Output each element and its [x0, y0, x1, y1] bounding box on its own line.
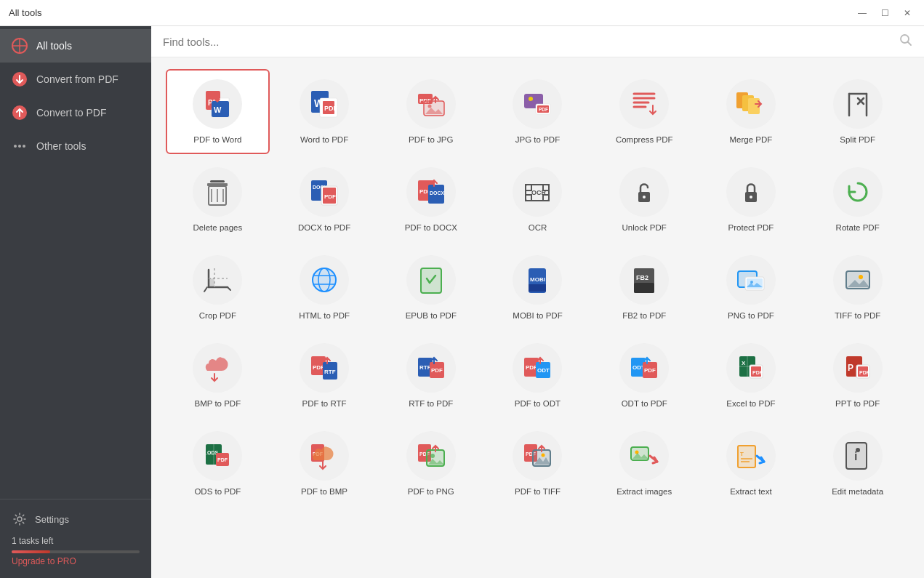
- tool-pdf-to-rtf[interactable]: PDF RTF PDF to RTF: [273, 333, 377, 418]
- svg-text:DOCX: DOCX: [430, 190, 445, 196]
- tool-png-to-pdf[interactable]: PNG to PDF: [699, 245, 803, 330]
- svg-text:PDF: PDF: [644, 367, 656, 374]
- sidebar-item-all-tools[interactable]: All tools: [0, 29, 151, 63]
- settings-label: Settings: [35, 514, 69, 525]
- epub-to-pdf-icon: [406, 255, 456, 305]
- tool-mobi-to-pdf[interactable]: MOBI MOBI to PDF: [486, 245, 590, 330]
- tool-excel-to-pdf[interactable]: X PDF Excel to PDF: [699, 333, 803, 418]
- crop-pdf-icon: [193, 255, 242, 305]
- tool-merge-pdf[interactable]: Merge PDF: [699, 69, 803, 154]
- window-controls: — ☐ ✕: [853, 7, 915, 20]
- tool-ppt-to-pdf[interactable]: P PDF PPT to PDF: [806, 333, 909, 418]
- other-tools-icon: [12, 138, 28, 154]
- pdf-to-bmp-icon: PDF: [300, 431, 349, 481]
- sidebar-item-convert-to-pdf[interactable]: Convert to PDF: [0, 96, 151, 129]
- svg-text:PDF: PDF: [859, 370, 870, 375]
- svg-rect-65: [209, 278, 214, 287]
- svg-point-7: [23, 145, 25, 148]
- tool-delete-pages[interactable]: Delete pages: [166, 157, 270, 242]
- tool-crop-pdf[interactable]: Crop PDF: [166, 245, 270, 330]
- ppt-to-pdf-icon: P PDF: [833, 343, 883, 393]
- sidebar-nav: All tools Convert from PDF: [0, 26, 151, 499]
- svg-point-83: [750, 281, 753, 284]
- tool-tiff-to-pdf[interactable]: TIFF to PDF: [806, 245, 909, 330]
- tool-word-to-pdf[interactable]: W PDF Word to PDF: [273, 69, 377, 154]
- svg-rect-36: [210, 180, 225, 182]
- pdf-to-rtf-label: PDF to RTF: [302, 398, 346, 409]
- tool-pdf-to-odt[interactable]: PDF ODT PDF to ODT: [486, 333, 590, 418]
- svg-text:X: X: [742, 360, 746, 366]
- minimize-button[interactable]: —: [853, 7, 871, 20]
- docx-to-pdf-icon: DOCX PDF: [300, 167, 349, 217]
- upgrade-link[interactable]: Upgrade to PRO: [12, 556, 140, 566]
- close-button[interactable]: ✕: [899, 7, 915, 20]
- tool-pdf-to-word[interactable]: PDF W PDF to Word: [166, 69, 270, 154]
- progress-bar-fill: [12, 550, 50, 553]
- svg-point-26: [529, 97, 533, 101]
- fb2-to-pdf-label: FB2 to PDF: [622, 310, 666, 321]
- sidebar-footer: Settings 1 tasks left Upgrade to PRO: [0, 499, 151, 578]
- pdf-to-jpg-icon: PDF: [406, 79, 456, 129]
- search-input[interactable]: [163, 36, 899, 48]
- extract-text-label: Extract text: [730, 486, 772, 497]
- maximize-button[interactable]: ☐: [877, 7, 893, 20]
- crop-pdf-label: Crop PDF: [199, 310, 236, 321]
- html-to-pdf-icon: [300, 255, 349, 305]
- tool-split-pdf[interactable]: Split PDF: [806, 69, 909, 154]
- svg-point-127: [430, 454, 435, 458]
- settings-item[interactable]: Settings: [12, 511, 140, 527]
- png-to-pdf-icon: [726, 255, 776, 305]
- sidebar-item-convert-from-pdf[interactable]: Convert from PDF: [0, 63, 151, 96]
- delete-pages-icon: [193, 167, 242, 217]
- docx-to-pdf-label: DOCX to PDF: [298, 222, 350, 233]
- protect-pdf-label: Protect PDF: [728, 222, 774, 233]
- tool-protect-pdf[interactable]: Protect PDF: [699, 157, 803, 242]
- tool-extract-images[interactable]: Extract images: [592, 421, 696, 506]
- pdf-to-bmp-label: PDF to BMP: [301, 486, 347, 497]
- tool-jpg-to-pdf[interactable]: PDF JPG to PDF: [486, 69, 590, 154]
- sidebar-item-all-tools-label: All tools: [36, 40, 72, 52]
- search-bar: [151, 26, 924, 57]
- jpg-to-pdf-label: JPG to PDF: [515, 135, 560, 145]
- tool-fb2-to-pdf[interactable]: FB2 FB2 to PDF: [592, 245, 696, 330]
- all-tools-icon: [12, 38, 28, 54]
- tasks-left-label: 1 tasks left: [12, 536, 140, 546]
- tool-bmp-to-pdf[interactable]: BMP to PDF: [166, 333, 270, 418]
- progress-bar-background: [12, 550, 140, 553]
- sidebar-item-other-tools[interactable]: Other tools: [0, 129, 151, 163]
- tool-edit-metadata[interactable]: i Edit metadata: [806, 421, 909, 506]
- tool-odt-to-pdf[interactable]: ODT PDF ODT to PDF: [592, 333, 696, 418]
- pdf-to-odt-icon: PDF ODT: [513, 343, 562, 393]
- tool-docx-to-pdf[interactable]: DOCX PDF DOCX to PDF: [273, 157, 377, 242]
- tool-pdf-to-jpg[interactable]: PDF PDF to JPG: [379, 69, 483, 154]
- svg-text:FB2: FB2: [636, 274, 648, 281]
- tool-unlock-pdf[interactable]: Unlock PDF: [592, 157, 696, 242]
- pdf-to-rtf-icon: PDF RTF: [300, 343, 349, 393]
- pdf-to-jpg-label: PDF to JPG: [409, 135, 453, 145]
- extract-images-icon: [619, 431, 669, 481]
- tool-pdf-to-bmp[interactable]: PDF PDF to BMP: [273, 421, 377, 506]
- excel-to-pdf-label: Excel to PDF: [726, 398, 775, 409]
- tool-rtf-to-pdf[interactable]: RTF PDF RTF to PDF: [379, 333, 483, 418]
- rtf-to-pdf-label: RTF to PDF: [409, 398, 453, 409]
- svg-point-86: [859, 275, 863, 279]
- html-to-pdf-label: HTML to PDF: [299, 310, 350, 321]
- rotate-pdf-label: Rotate PDF: [836, 222, 880, 233]
- tool-extract-text[interactable]: T Extract text: [699, 421, 803, 506]
- tool-rotate-pdf[interactable]: Rotate PDF: [806, 157, 909, 242]
- tool-ods-to-pdf[interactable]: ODS PDF ODS to PDF: [166, 421, 270, 506]
- sidebar: All tools Convert from PDF: [0, 26, 151, 578]
- tool-compress-pdf[interactable]: Compress PDF: [592, 69, 696, 154]
- svg-text:PDF: PDF: [217, 457, 228, 462]
- main-content: PDF W PDF to Word: [151, 26, 924, 578]
- tool-html-to-pdf[interactable]: HTML to PDF: [273, 245, 377, 330]
- tool-ocr[interactable]: OCR OCR: [486, 157, 590, 242]
- search-icon: [899, 33, 912, 49]
- odt-to-pdf-label: ODT to PDF: [622, 398, 667, 409]
- split-pdf-icon: [833, 79, 883, 129]
- tool-pdf-to-png[interactable]: PDF PDF to PNG: [379, 421, 483, 506]
- tool-epub-to-pdf[interactable]: EPUB to PDF: [379, 245, 483, 330]
- tool-pdf-to-docx[interactable]: PDF DOCX PDF to DOCX: [379, 157, 483, 242]
- tool-pdf-to-tiff[interactable]: PDF PDF to TIFF: [486, 421, 590, 506]
- word-to-pdf-label: Word to PDF: [300, 135, 348, 145]
